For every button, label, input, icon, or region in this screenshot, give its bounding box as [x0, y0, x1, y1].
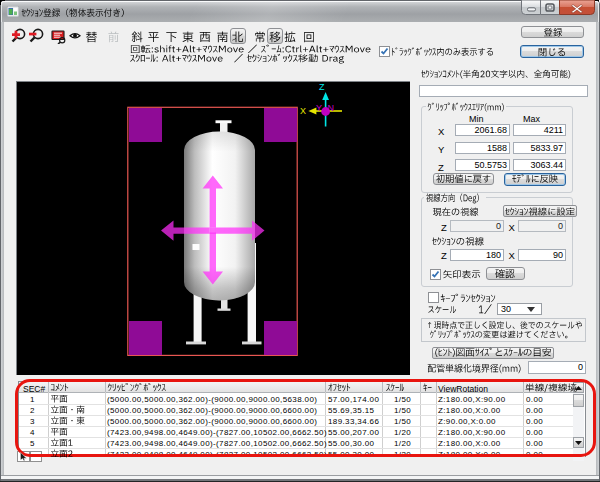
svg-text:X: X	[300, 106, 306, 116]
svg-text:Z: Z	[319, 82, 325, 92]
svg-text:N: N	[328, 103, 335, 113]
svg-text:Y: Y	[316, 103, 322, 113]
